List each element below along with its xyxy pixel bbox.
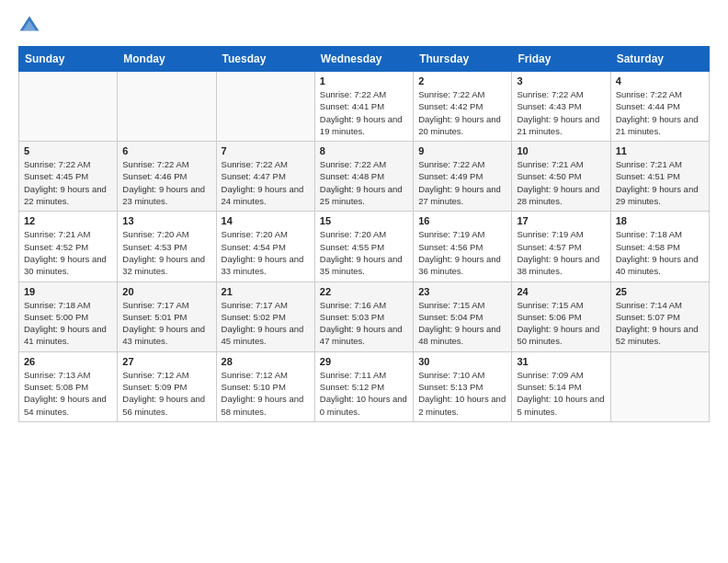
weekday-header-thursday: Thursday	[414, 47, 512, 72]
calendar-cell: 25Sunrise: 7:14 AM Sunset: 5:07 PM Dayli…	[610, 282, 709, 351]
day-info: Sunrise: 7:14 AM Sunset: 5:07 PM Dayligh…	[616, 299, 704, 348]
day-info: Sunrise: 7:16 AM Sunset: 5:03 PM Dayligh…	[320, 299, 408, 348]
calendar-cell: 1Sunrise: 7:22 AM Sunset: 4:41 PM Daylig…	[314, 72, 413, 142]
day-number: 31	[517, 356, 605, 367]
calendar-cell: 23Sunrise: 7:15 AM Sunset: 5:04 PM Dayli…	[414, 282, 512, 351]
calendar-cell: 24Sunrise: 7:15 AM Sunset: 5:06 PM Dayli…	[512, 282, 610, 351]
day-info: Sunrise: 7:19 AM Sunset: 4:57 PM Dayligh…	[517, 228, 605, 277]
day-number: 27	[122, 356, 210, 367]
day-info: Sunrise: 7:12 AM Sunset: 5:09 PM Dayligh…	[122, 369, 210, 418]
day-number: 2	[418, 75, 506, 86]
calendar-cell: 8Sunrise: 7:22 AM Sunset: 4:48 PM Daylig…	[314, 142, 413, 212]
day-info: Sunrise: 7:18 AM Sunset: 4:58 PM Dayligh…	[616, 228, 704, 277]
day-number: 8	[320, 145, 408, 156]
day-info: Sunrise: 7:18 AM Sunset: 5:00 PM Dayligh…	[24, 299, 112, 348]
day-number: 12	[24, 215, 112, 226]
day-number: 9	[418, 145, 506, 156]
day-info: Sunrise: 7:09 AM Sunset: 5:14 PM Dayligh…	[517, 369, 605, 418]
week-row-1: 5Sunrise: 7:22 AM Sunset: 4:45 PM Daylig…	[19, 142, 710, 212]
day-number: 30	[418, 356, 506, 367]
calendar-cell: 6Sunrise: 7:22 AM Sunset: 4:46 PM Daylig…	[118, 142, 216, 212]
calendar-cell: 7Sunrise: 7:22 AM Sunset: 4:47 PM Daylig…	[216, 142, 314, 212]
day-number: 21	[222, 286, 310, 297]
day-info: Sunrise: 7:22 AM Sunset: 4:48 PM Dayligh…	[320, 158, 408, 207]
day-number: 6	[122, 145, 210, 156]
day-info: Sunrise: 7:15 AM Sunset: 5:06 PM Dayligh…	[517, 299, 605, 348]
day-number: 25	[616, 286, 704, 297]
day-number: 17	[517, 215, 605, 226]
day-number: 18	[616, 215, 704, 226]
calendar-cell: 13Sunrise: 7:20 AM Sunset: 4:53 PM Dayli…	[118, 212, 216, 282]
calendar-body: 1Sunrise: 7:22 AM Sunset: 4:41 PM Daylig…	[19, 72, 710, 422]
calendar-cell: 5Sunrise: 7:22 AM Sunset: 4:45 PM Daylig…	[19, 142, 118, 212]
calendar-cell: 22Sunrise: 7:16 AM Sunset: 5:03 PM Dayli…	[314, 282, 413, 351]
day-info: Sunrise: 7:11 AM Sunset: 5:12 PM Dayligh…	[320, 369, 408, 418]
day-info: Sunrise: 7:22 AM Sunset: 4:45 PM Dayligh…	[24, 158, 112, 207]
calendar-cell	[19, 72, 118, 142]
calendar-cell: 21Sunrise: 7:17 AM Sunset: 5:02 PM Dayli…	[216, 282, 314, 351]
calendar-header: SundayMondayTuesdayWednesdayThursdayFrid…	[19, 47, 710, 72]
day-info: Sunrise: 7:15 AM Sunset: 5:04 PM Dayligh…	[418, 299, 506, 348]
calendar-cell: 29Sunrise: 7:11 AM Sunset: 5:12 PM Dayli…	[314, 351, 413, 421]
day-number: 3	[517, 75, 605, 86]
weekday-header-monday: Monday	[118, 47, 216, 72]
day-number: 1	[320, 75, 408, 86]
calendar-cell	[216, 72, 314, 142]
day-number: 11	[616, 145, 704, 156]
week-row-3: 19Sunrise: 7:18 AM Sunset: 5:00 PM Dayli…	[19, 282, 710, 351]
day-number: 29	[320, 356, 408, 367]
day-info: Sunrise: 7:17 AM Sunset: 5:01 PM Dayligh…	[122, 299, 210, 348]
day-number: 14	[222, 215, 310, 226]
day-info: Sunrise: 7:20 AM Sunset: 4:54 PM Dayligh…	[222, 228, 310, 277]
day-number: 22	[320, 286, 408, 297]
day-number: 7	[222, 145, 310, 156]
calendar-cell: 17Sunrise: 7:19 AM Sunset: 4:57 PM Dayli…	[512, 212, 610, 282]
day-info: Sunrise: 7:20 AM Sunset: 4:55 PM Dayligh…	[320, 228, 408, 277]
calendar-cell: 12Sunrise: 7:21 AM Sunset: 4:52 PM Dayli…	[19, 212, 118, 282]
calendar-cell: 15Sunrise: 7:20 AM Sunset: 4:55 PM Dayli…	[314, 212, 413, 282]
day-info: Sunrise: 7:19 AM Sunset: 4:56 PM Dayligh…	[418, 228, 506, 277]
day-info: Sunrise: 7:22 AM Sunset: 4:41 PM Dayligh…	[320, 88, 408, 137]
calendar-cell: 9Sunrise: 7:22 AM Sunset: 4:49 PM Daylig…	[414, 142, 512, 212]
calendar-cell: 10Sunrise: 7:21 AM Sunset: 4:50 PM Dayli…	[512, 142, 610, 212]
day-info: Sunrise: 7:20 AM Sunset: 4:53 PM Dayligh…	[122, 228, 210, 277]
calendar-cell: 14Sunrise: 7:20 AM Sunset: 4:54 PM Dayli…	[216, 212, 314, 282]
day-info: Sunrise: 7:17 AM Sunset: 5:02 PM Dayligh…	[222, 299, 310, 348]
calendar-cell: 3Sunrise: 7:22 AM Sunset: 4:43 PM Daylig…	[512, 72, 610, 142]
day-number: 16	[418, 215, 506, 226]
calendar-cell: 16Sunrise: 7:19 AM Sunset: 4:56 PM Dayli…	[414, 212, 512, 282]
calendar-cell: 27Sunrise: 7:12 AM Sunset: 5:09 PM Dayli…	[118, 351, 216, 421]
day-number: 24	[517, 286, 605, 297]
calendar-cell: 11Sunrise: 7:21 AM Sunset: 4:51 PM Dayli…	[610, 142, 709, 212]
day-info: Sunrise: 7:22 AM Sunset: 4:46 PM Dayligh…	[122, 158, 210, 207]
weekday-header-saturday: Saturday	[610, 47, 709, 72]
day-info: Sunrise: 7:22 AM Sunset: 4:42 PM Dayligh…	[418, 88, 506, 137]
day-info: Sunrise: 7:22 AM Sunset: 4:43 PM Dayligh…	[517, 88, 605, 137]
day-info: Sunrise: 7:21 AM Sunset: 4:51 PM Dayligh…	[616, 158, 704, 207]
day-number: 10	[517, 145, 605, 156]
weekday-header-row: SundayMondayTuesdayWednesdayThursdayFrid…	[19, 47, 710, 72]
day-number: 13	[122, 215, 210, 226]
day-info: Sunrise: 7:13 AM Sunset: 5:08 PM Dayligh…	[24, 369, 112, 418]
week-row-4: 26Sunrise: 7:13 AM Sunset: 5:08 PM Dayli…	[19, 351, 710, 421]
day-number: 26	[24, 356, 112, 367]
logo-icon	[18, 15, 40, 37]
day-info: Sunrise: 7:21 AM Sunset: 4:50 PM Dayligh…	[517, 158, 605, 207]
weekday-header-tuesday: Tuesday	[216, 47, 314, 72]
day-info: Sunrise: 7:21 AM Sunset: 4:52 PM Dayligh…	[24, 228, 112, 277]
calendar-cell: 2Sunrise: 7:22 AM Sunset: 4:42 PM Daylig…	[414, 72, 512, 142]
day-number: 23	[418, 286, 506, 297]
calendar-cell	[610, 351, 709, 421]
calendar-cell: 19Sunrise: 7:18 AM Sunset: 5:00 PM Dayli…	[19, 282, 118, 351]
week-row-0: 1Sunrise: 7:22 AM Sunset: 4:41 PM Daylig…	[19, 72, 710, 142]
day-info: Sunrise: 7:12 AM Sunset: 5:10 PM Dayligh…	[222, 369, 310, 418]
day-info: Sunrise: 7:22 AM Sunset: 4:49 PM Dayligh…	[418, 158, 506, 207]
day-number: 4	[616, 75, 704, 86]
day-number: 15	[320, 215, 408, 226]
day-number: 19	[24, 286, 112, 297]
day-info: Sunrise: 7:10 AM Sunset: 5:13 PM Dayligh…	[418, 369, 506, 418]
day-number: 20	[122, 286, 210, 297]
weekday-header-sunday: Sunday	[19, 47, 118, 72]
calendar-cell	[118, 72, 216, 142]
calendar-cell: 30Sunrise: 7:10 AM Sunset: 5:13 PM Dayli…	[414, 351, 512, 421]
